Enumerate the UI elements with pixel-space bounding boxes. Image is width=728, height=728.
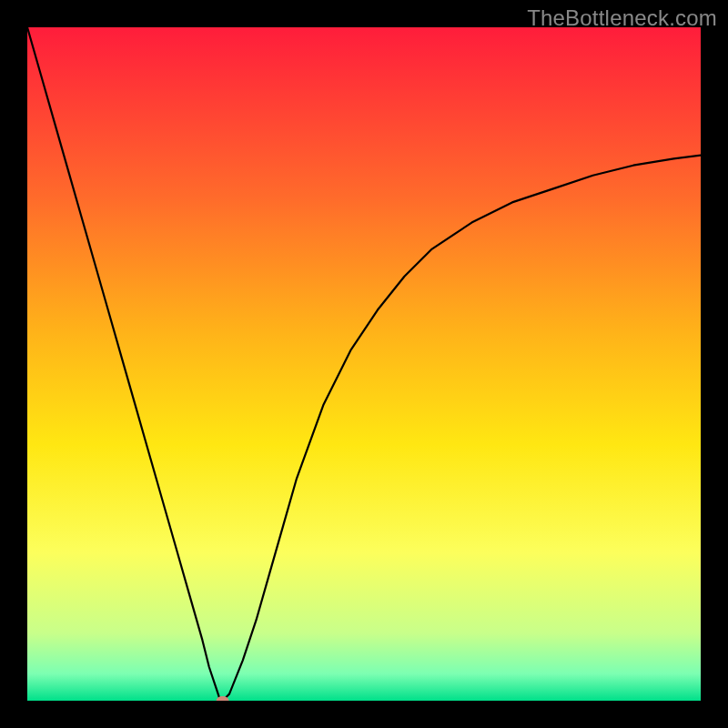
gradient-background bbox=[27, 27, 701, 701]
plot-area bbox=[27, 27, 701, 701]
chart-stage: TheBottleneck.com bbox=[0, 0, 728, 728]
bottleneck-chart-svg bbox=[27, 27, 701, 701]
